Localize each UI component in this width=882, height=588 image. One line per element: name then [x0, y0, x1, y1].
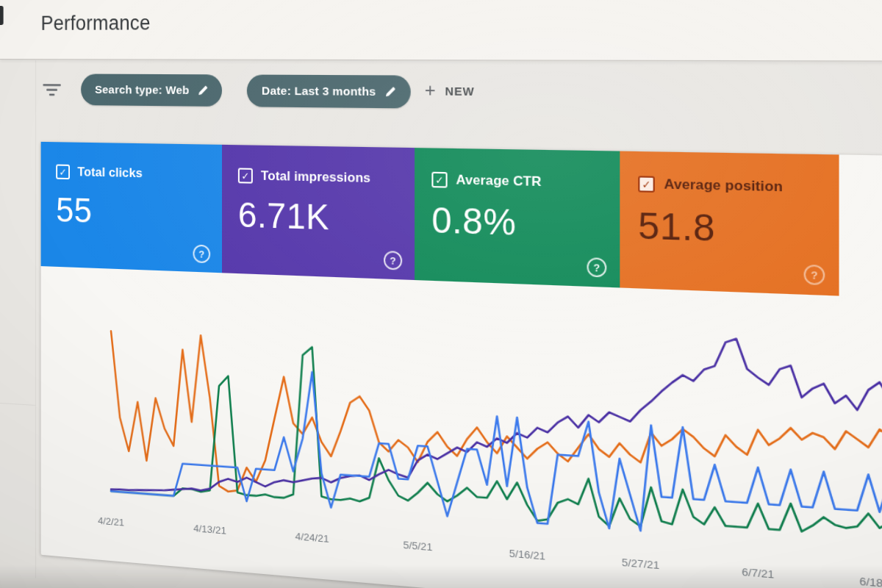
page-header: Performance — [0, 0, 882, 62]
monitor-screen: Performance Search type: Web — [0, 0, 882, 588]
metric-tile-total-impressions[interactable]: ✓ Total impressions 6.71K ? — [222, 145, 415, 280]
new-filter-button[interactable]: + NEW — [425, 81, 475, 100]
metric-tile-header: ✓ Total impressions — [238, 168, 415, 187]
chart-canvas — [108, 282, 882, 563]
pencil-icon — [197, 85, 209, 97]
checkmark-glyph: ✓ — [642, 179, 650, 190]
pencil-icon — [384, 85, 397, 98]
sidebar-bottom-line — [0, 403, 35, 406]
metric-label: Average position — [664, 176, 783, 196]
x-axis-tick: 5/5/21 — [404, 539, 433, 553]
metric-tile-header: ✓ Average CTR — [431, 172, 620, 192]
checkbox-checked-icon[interactable]: ✓ — [56, 165, 70, 180]
metric-tile-total-clicks[interactable]: ✓ Total clicks 55 ? — [41, 142, 222, 273]
help-circle-icon[interactable]: ? — [804, 265, 825, 285]
performance-panel: ✓ Total clicks 55 ? ✓ Total impressions … — [41, 142, 882, 588]
series-line-clicks — [111, 296, 882, 558]
page-title: Performance — [41, 12, 151, 35]
x-axis-tick: 5/16/21 — [509, 548, 545, 562]
metric-tile-average-position[interactable]: ✓ Average position 51.8 ? — [620, 151, 839, 296]
x-axis-tick: 4/13/21 — [193, 523, 226, 537]
metric-tile-header: ✓ Average position — [638, 176, 839, 196]
chip-label: Date: Last 3 months — [262, 84, 376, 98]
metric-label: Average CTR — [456, 172, 541, 190]
x-axis-tick: 4/24/21 — [295, 531, 329, 545]
checkbox-checked-icon[interactable]: ✓ — [638, 176, 655, 193]
chip-label: Search type: Web — [95, 83, 189, 97]
checkmark-glyph: ✓ — [435, 175, 444, 185]
new-filter-label: NEW — [445, 84, 474, 98]
x-axis-tick: 6/18/21 — [859, 575, 882, 588]
metric-value: 6.71K — [238, 194, 415, 241]
sidebar-edge-line — [35, 60, 36, 578]
checkbox-checked-icon[interactable]: ✓ — [238, 168, 253, 183]
search-console-performance-page: Performance Search type: Web — [0, 0, 882, 588]
performance-chart — [108, 282, 882, 563]
metric-label: Total clicks — [77, 165, 142, 181]
x-axis-tick: 5/27/21 — [622, 556, 659, 572]
metric-value: 0.8% — [431, 198, 620, 247]
metric-tile-header: ✓ Total clicks — [56, 165, 222, 183]
series-line-ctr — [111, 337, 882, 558]
x-axis-tick: 6/7/21 — [742, 566, 774, 581]
metric-label: Total impressions — [261, 168, 370, 186]
x-axis-tick: 4/2/21 — [98, 514, 124, 528]
plus-icon: + — [425, 81, 436, 100]
filter-toolbar: Search type: Web Date: Last 3 months + N… — [0, 69, 882, 123]
metric-tiles: ✓ Total clicks 55 ? ✓ Total impressions … — [41, 142, 882, 303]
help-circle-icon[interactable]: ? — [587, 257, 606, 277]
series-line-impressions — [111, 303, 882, 556]
metric-value: 51.8 — [638, 204, 839, 254]
help-circle-icon[interactable]: ? — [193, 245, 211, 264]
screen-edge-artifact — [0, 6, 4, 25]
checkbox-checked-icon[interactable]: ✓ — [431, 172, 447, 188]
search-type-chip[interactable]: Search type: Web — [81, 74, 222, 106]
date-range-chip[interactable]: Date: Last 3 months — [247, 75, 411, 109]
help-circle-icon[interactable]: ? — [384, 251, 402, 270]
metric-value: 55 — [56, 190, 222, 235]
checkmark-glyph: ✓ — [59, 167, 66, 176]
filter-icon[interactable] — [42, 82, 61, 99]
checkmark-glyph: ✓ — [241, 171, 249, 181]
metric-tile-average-ctr[interactable]: ✓ Average CTR 0.8% ? — [415, 148, 620, 287]
